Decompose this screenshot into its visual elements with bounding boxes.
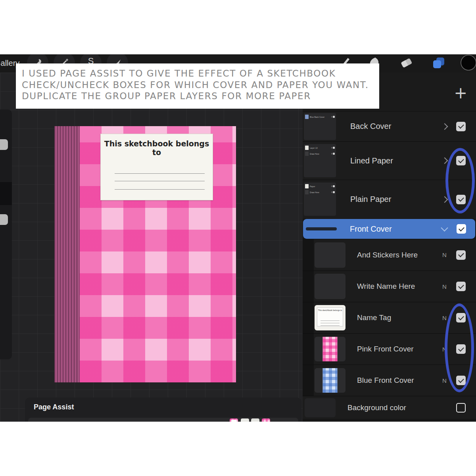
mini-layer-label: Blue Back Cover <box>310 116 330 118</box>
sketchbook-cover-artwork: This sketchbook belongs to <box>54 126 236 382</box>
annotation-line: I USED PAGE ASSIST TO GIVE THE EFFECT OF… <box>22 68 379 79</box>
mini-layer-thumb <box>305 152 309 156</box>
layer-name: And Stickers Here <box>357 251 418 259</box>
panel-filler <box>303 419 476 422</box>
page-thumbnail-lined[interactable] <box>251 418 259 422</box>
layers-button-active[interactable] <box>429 54 447 72</box>
mini-layer-thumb <box>305 184 309 188</box>
layer-thumbnail <box>315 274 345 299</box>
group-indent <box>303 239 314 271</box>
mini-nametag-title: This sketchbook belongs to <box>317 309 343 311</box>
annotation-circle-cover-checkboxes <box>445 303 474 392</box>
layer-thumbnail-nametag: This sketchbook belongs to <box>315 305 345 330</box>
name-line <box>115 173 205 174</box>
group-thumbnail: Paper Draw Here <box>304 182 336 216</box>
collapse-chevron-icon[interactable] <box>441 224 448 231</box>
visibility-checkbox[interactable] <box>456 250 466 260</box>
mini-layer-label: Draw Here <box>310 153 330 155</box>
annotation-line: DUPLICATE THE GROUP PAPER LAYERS FOR MOR… <box>22 90 379 102</box>
visibility-checkbox[interactable] <box>457 224 466 234</box>
opacity-slider-handle[interactable] <box>0 214 8 225</box>
page-thumbnail-cover[interactable] <box>230 418 238 422</box>
page-thumbnail-plain[interactable] <box>241 418 249 422</box>
mini-nametag-card: This sketchbook belongs to <box>317 307 343 326</box>
layer-name: Back Cover <box>350 122 391 131</box>
layers-icon <box>431 56 445 70</box>
visibility-checkbox[interactable] <box>456 282 466 291</box>
layer-row-back-cover[interactable]: Blue Back Cover Back Cover <box>303 111 476 141</box>
layer-name: Lined Paper <box>350 156 393 165</box>
layer-name: Name Tag <box>357 313 391 322</box>
layer-row-write-name-here[interactable]: Write Name Here N <box>303 271 476 302</box>
layer-row-background-color[interactable]: Background color <box>303 396 476 419</box>
page-assist-timeline[interactable] <box>28 418 298 422</box>
group-indent <box>303 365 314 396</box>
annotation-text-box: I USED PAGE ASSIST TO GIVE THE EFFECT OF… <box>16 63 379 109</box>
layer-row-front-cover-selected[interactable]: Front Cover <box>303 219 475 239</box>
layer-name: Blue Front Cover <box>357 376 414 385</box>
layer-thumbnail-pink <box>315 337 345 361</box>
mini-layer-thumb <box>305 190 309 194</box>
mini-layer-label: Draw Here <box>310 191 330 194</box>
layer-thumbnail <box>315 242 345 268</box>
annotation-circle-paper-checkboxes <box>445 148 475 213</box>
visibility-checkbox[interactable] <box>456 122 466 131</box>
expand-chevron-icon[interactable] <box>441 123 448 130</box>
modify-button[interactable] <box>0 182 12 205</box>
group-thumbnail: Blue Back Cover <box>304 113 336 140</box>
layer-name: Pink Front Cover <box>357 345 414 353</box>
name-tag-title: This sketchbook belongs to <box>101 139 213 157</box>
expand-chevron-icon[interactable] <box>441 157 448 164</box>
blend-mode-badge[interactable]: N <box>442 283 447 290</box>
page-thumbnail-nametag <box>231 420 236 422</box>
sketchbook-spine <box>54 126 80 382</box>
procreate-app: Gallery S <box>0 54 476 422</box>
layer-thumbnail-blue <box>315 368 345 393</box>
color-swatch-button[interactable] <box>459 54 476 72</box>
annotation-line: CHECK/UNCHECK BOXES FOR WHICH COVER AND … <box>22 79 379 91</box>
blend-mode-badge[interactable]: N <box>442 315 447 321</box>
layer-name: Write Name Here <box>357 282 415 291</box>
active-color-circle-icon <box>460 54 476 71</box>
group-indent <box>303 302 314 333</box>
page-assist-panel: Page Assist <box>25 397 301 422</box>
sidebar-sliders[interactable] <box>0 109 12 359</box>
layer-row-and-stickers-here[interactable]: And Stickers Here N <box>303 239 476 271</box>
page-thumbnail-cover-2[interactable] <box>262 418 270 422</box>
mini-layer-label: Paper <box>310 185 330 188</box>
group-thumbnail-bar <box>306 227 337 230</box>
group-indent <box>303 271 314 302</box>
blend-mode-badge[interactable]: N <box>442 251 447 258</box>
group-thumbnail: Layer 13 Draw Here <box>304 144 336 177</box>
blend-mode-badge[interactable]: N <box>442 377 447 384</box>
background-color-thumbnail <box>305 398 336 417</box>
screenshot-page: Gallery S <box>0 0 476 476</box>
name-tag-card: This sketchbook belongs to <box>100 134 213 200</box>
name-line <box>115 189 205 190</box>
page-assist-title: Page Assist <box>34 403 74 411</box>
add-layer-button[interactable]: + <box>454 87 467 99</box>
mini-layer-label: Layer 13 <box>310 147 330 149</box>
layer-name: Plain Paper <box>350 195 391 204</box>
eraser-button[interactable] <box>397 54 416 72</box>
mini-layer-thumb <box>305 146 309 150</box>
visibility-checkbox[interactable] <box>456 403 466 413</box>
layer-name: Front Cover <box>350 225 392 234</box>
name-line <box>115 181 205 181</box>
brush-size-slider-handle[interactable] <box>0 139 8 150</box>
layer-name: Background color <box>347 403 406 412</box>
group-indent <box>303 334 314 365</box>
eraser-icon <box>399 56 414 69</box>
mini-layer-thumb <box>305 115 309 119</box>
